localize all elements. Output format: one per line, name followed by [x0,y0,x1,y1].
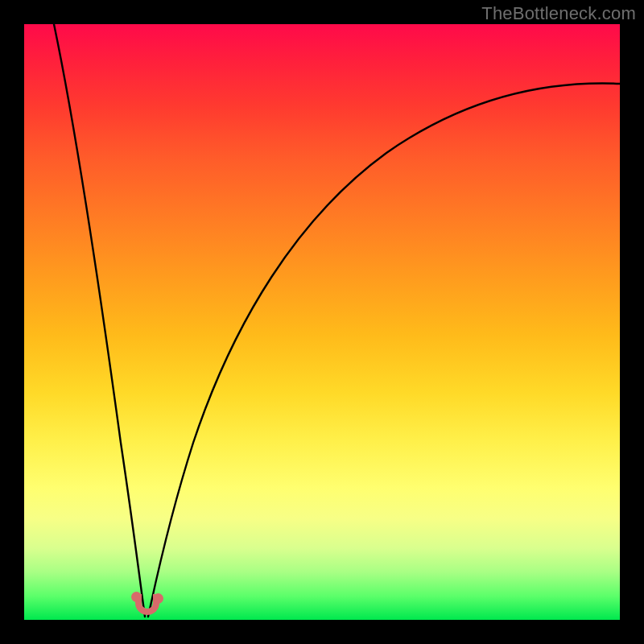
marker-left-dot-icon [131,592,142,602]
marker-right-dot-icon [153,593,163,604]
attribution-text: TheBottleneck.com [481,3,636,24]
plot-area [24,24,620,620]
curve-right-branch [148,84,620,617]
bottleneck-curve [24,24,620,620]
curve-left-branch [54,24,145,617]
chart-frame: TheBottleneck.com [0,0,644,644]
minimum-marker [129,591,166,615]
